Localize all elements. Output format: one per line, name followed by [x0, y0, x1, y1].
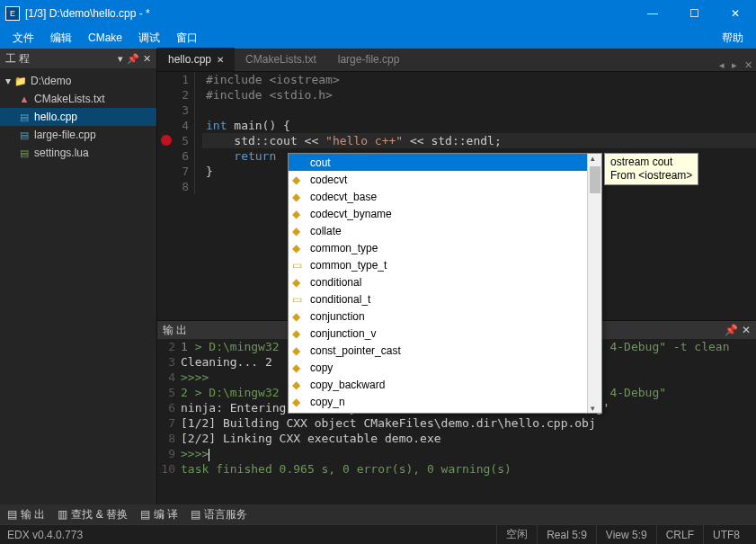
tab-largefile[interactable]: large-file.cpp [327, 48, 411, 71]
bottom-toolbar: ▤输 出 ▥查找 & 替换 ▤编 译 ▤语言服务 [0, 504, 756, 524]
sidebar-close-icon[interactable]: ✕ [143, 53, 151, 65]
autocomplete-item[interactable]: cout [289, 154, 587, 171]
autocomplete-item[interactable]: codecvt_byname [289, 205, 587, 222]
folder-icon: 📁 [14, 75, 27, 87]
tab-close-icon[interactable]: ✕ [217, 55, 224, 65]
tree-item-cmakelists[interactable]: ▲ CMakeLists.txt [0, 90, 156, 108]
completion-icon [292, 276, 305, 289]
completion-icon [292, 156, 305, 169]
output-icon: ▤ [7, 508, 17, 521]
menu-debug[interactable]: 调试 [131, 29, 167, 48]
file-icon: ▤ [18, 111, 31, 123]
completion-label: conjunction [310, 310, 365, 323]
hint-line: From <iostream> [610, 169, 692, 183]
tab-hello[interactable]: hello.cpp ✕ [157, 48, 235, 71]
menu-file[interactable]: 文件 [5, 29, 41, 48]
autocomplete-item[interactable]: codecvt_base [289, 188, 587, 205]
completion-label: conjunction_v [310, 327, 376, 340]
bottom-search[interactable]: ▥查找 & 替换 [58, 507, 128, 522]
completion-label: copy_n [310, 396, 345, 408]
line-number-gutter: 123 456 78 [175, 72, 202, 320]
tree-item-label: settings.lua [34, 147, 89, 159]
tree-item-settings[interactable]: ▤ settings.lua [0, 144, 156, 162]
status-encoding[interactable]: UTF8 [703, 525, 749, 544]
completion-icon [292, 293, 305, 306]
menu-edit[interactable]: 编辑 [43, 29, 79, 48]
tree-item-hello[interactable]: ▤ hello.cpp [0, 108, 156, 126]
menu-cmake[interactable]: CMake [81, 30, 129, 46]
completion-icon [292, 191, 305, 203]
autocomplete-item[interactable]: collate [289, 222, 587, 239]
completion-label: collate [310, 225, 342, 237]
completion-label: common_type_t [310, 259, 387, 272]
tab-prev-icon[interactable]: ◂ [716, 59, 728, 71]
hint-line: ostream cout [610, 156, 692, 169]
bottom-lang[interactable]: ▤语言服务 [191, 507, 247, 522]
status-idle: 空闲 [496, 525, 537, 544]
menu-window[interactable]: 窗口 [169, 29, 205, 48]
maximize-button[interactable]: ☐ [673, 0, 715, 27]
autocomplete-popup[interactable]: coutcodecvtcodecvt_basecodecvt_bynamecol… [288, 153, 602, 414]
close-button[interactable]: ✕ [715, 0, 756, 27]
autocomplete-item[interactable]: common_type [289, 239, 587, 256]
autocomplete-item[interactable]: const_pointer_cast [289, 342, 587, 359]
tab-label: CMakeLists.txt [245, 53, 316, 66]
output-gutter: 2345678910 [157, 339, 181, 504]
status-real-pos: Real 5:9 [537, 525, 596, 544]
dropdown-icon[interactable]: ▾ [118, 53, 123, 65]
autocomplete-item[interactable]: copy_n [289, 393, 587, 410]
pin-icon[interactable]: 📌 [127, 53, 139, 65]
window-titlebar: E [1/3] D:\demo\hello.cpp - * — ☐ ✕ [0, 0, 756, 27]
bottom-output[interactable]: ▤输 出 [7, 507, 45, 522]
file-icon: ▲ [18, 93, 31, 105]
output-line: >>>> [181, 446, 756, 461]
tree-item-label: CMakeLists.txt [34, 93, 105, 105]
completion-icon [292, 259, 305, 272]
breakpoint-marker[interactable] [161, 135, 172, 146]
autocomplete-item[interactable]: conditional_t [289, 290, 587, 308]
tree-root-label: D:\demo [31, 75, 71, 87]
autocomplete-item[interactable]: copy_backward [289, 376, 587, 393]
autocomplete-item[interactable]: common_type_t [289, 256, 587, 273]
completion-icon [292, 208, 305, 220]
autocomplete-item[interactable]: conjunction [289, 308, 587, 325]
completion-label: cout [310, 156, 331, 169]
output-line: [2/2] Linking CXX executable demo.exe [181, 431, 756, 446]
completion-icon [292, 327, 305, 340]
tree-root[interactable]: ▾ 📁 D:\demo [0, 72, 156, 90]
pin-icon[interactable]: 📌 [725, 324, 738, 336]
app-icon: E [5, 6, 20, 21]
editor-tabs: hello.cpp ✕ CMakeLists.txt large-file.cp… [157, 49, 756, 72]
completion-icon [292, 310, 305, 323]
menu-help[interactable]: 帮助 [715, 29, 751, 48]
autocomplete-scrollbar[interactable] [587, 154, 601, 413]
tree-item-label: large-file.cpp [34, 129, 96, 141]
status-bar: EDX v0.4.0.773 空闲 Real 5:9 View 5:9 CRLF… [0, 524, 756, 544]
tree-item-largefile[interactable]: ▤ large-file.cpp [0, 126, 156, 144]
completion-label: codecvt_byname [310, 208, 392, 220]
completion-icon [292, 242, 305, 254]
status-version: EDX v0.4.0.773 [7, 529, 83, 541]
autocomplete-item[interactable]: conditional [289, 273, 587, 290]
output-line: task finished 0.965 s, 0 error(s), 0 war… [181, 461, 756, 477]
bottom-compile[interactable]: ▤编 译 [140, 507, 178, 522]
completion-icon [292, 344, 305, 357]
status-eol[interactable]: CRLF [656, 525, 703, 544]
completion-icon [292, 174, 305, 186]
completion-icon [292, 361, 305, 374]
tab-overflow-close-icon[interactable]: ✕ [741, 59, 756, 71]
minimize-button[interactable]: — [632, 0, 673, 27]
tab-next-icon[interactable]: ▸ [728, 59, 741, 71]
autocomplete-item[interactable]: conjunction_v [289, 325, 587, 342]
tab-cmakelists[interactable]: CMakeLists.txt [235, 48, 327, 71]
autocomplete-hint: ostream cout From <iostream> [604, 153, 698, 185]
file-icon: ▤ [18, 129, 31, 141]
output-close-icon[interactable]: ✕ [742, 324, 751, 336]
breakpoint-gutter[interactable] [157, 72, 175, 320]
autocomplete-item[interactable]: copy [289, 359, 587, 376]
completion-icon [292, 396, 305, 408]
project-tree: ▾ 📁 D:\demo ▲ CMakeLists.txt ▤ hello.cpp… [0, 68, 156, 165]
autocomplete-item[interactable]: codecvt [289, 171, 587, 188]
completion-label: copy [310, 361, 333, 374]
output-title: 输 出 [163, 323, 187, 338]
